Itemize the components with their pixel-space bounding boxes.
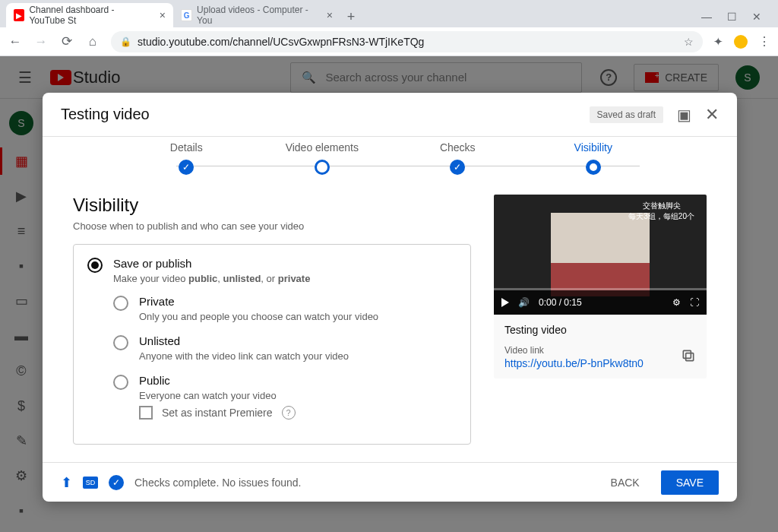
radio-public[interactable] [113, 375, 128, 390]
check-icon: ✓ [450, 160, 465, 175]
browser-tab-active[interactable]: ▶ Channel dashboard - YouTube St × [6, 3, 173, 27]
close-window-icon[interactable]: ✕ [752, 11, 761, 23]
video-time: 0:00 / 0:15 [539, 297, 582, 308]
back-button[interactable]: BACK [599, 470, 652, 495]
radio-unlisted[interactable] [113, 335, 128, 350]
window-controls: — ☐ ✕ [701, 11, 772, 27]
play-icon[interactable] [501, 298, 509, 307]
browser-tabstrip: ▶ Channel dashboard - YouTube St × G Upl… [0, 0, 778, 27]
dialog-footer: ⬆ SD ✓ Checks complete. No issues found.… [43, 462, 737, 502]
youtube-favicon: ▶ [14, 9, 24, 21]
video-link-label: Video link [504, 345, 644, 356]
section-subtitle: Choose when to publish and who can see y… [73, 220, 471, 232]
minimize-icon[interactable]: — [701, 11, 712, 23]
tab-title: Channel dashboard - YouTube St [29, 5, 150, 26]
save-button[interactable]: SAVE [661, 470, 719, 495]
menu-icon[interactable]: ⋮ [758, 34, 770, 49]
reload-icon[interactable]: ⟳ [59, 33, 74, 49]
step-video-elements[interactable]: Video elements [255, 141, 391, 175]
dialog-title: Testing video [61, 106, 150, 123]
sd-badge: SD [83, 477, 98, 489]
svg-rect-1 [683, 350, 691, 358]
check-icon: ✓ [179, 160, 194, 175]
feedback-icon[interactable]: ▣ [677, 106, 691, 124]
google-favicon: G [181, 9, 192, 21]
tab-title: Upload videos - Computer - You [197, 5, 318, 26]
upload-icon: ⬆ [61, 474, 72, 491]
stepper: Details ✓ Video elements Checks ✓ Visibi… [43, 137, 737, 179]
volume-icon[interactable]: 🔊 [518, 297, 530, 308]
help-icon[interactable]: ? [282, 406, 296, 420]
video-link[interactable]: https://youtu.be/P-bnPkw8tn0 [504, 357, 644, 369]
section-title: Visibility [73, 195, 471, 216]
star-icon[interactable]: ☆ [684, 36, 694, 48]
maximize-icon[interactable]: ☐ [727, 11, 737, 23]
premiere-label: Set as instant Premiere [162, 407, 273, 419]
radio-save-publish[interactable] [87, 258, 103, 273]
step-dot-active [586, 160, 601, 175]
fullscreen-icon[interactable]: ⛶ [690, 297, 699, 308]
forward-icon: → [33, 34, 49, 49]
close-icon[interactable]: ✕ [705, 105, 719, 125]
video-thumbnail[interactable]: 交替触脚尖 每天3组，每组20个 🔊 0:00 / 0:15 ⚙ ⛶ [494, 195, 707, 315]
svg-rect-0 [686, 353, 694, 361]
url-text: studio.youtube.com/channel/UCsvGxwpnFRsN… [138, 36, 424, 48]
step-details[interactable]: Details ✓ [119, 141, 255, 175]
close-icon[interactable]: × [327, 9, 333, 21]
extensions-icon[interactable]: ✦ [713, 35, 723, 49]
video-controls: 🔊 0:00 / 0:15 ⚙ ⛶ [494, 290, 707, 315]
back-icon[interactable]: ← [8, 34, 23, 49]
step-checks[interactable]: Checks ✓ [390, 141, 526, 175]
step-dot [315, 160, 330, 175]
premiere-checkbox[interactable] [139, 406, 153, 420]
preview-video-title: Testing video [504, 324, 696, 336]
video-preview: 交替触脚尖 每天3组，每组20个 🔊 0:00 / 0:15 ⚙ ⛶ [494, 195, 707, 378]
home-icon[interactable]: ⌂ [85, 34, 100, 49]
dialog-header: Testing video Saved as draft ▣ ✕ [43, 93, 737, 137]
step-visibility[interactable]: Visibility [526, 141, 662, 175]
radio-private[interactable] [113, 296, 128, 311]
address-bar[interactable]: 🔒 studio.youtube.com/channel/UCsvGxwpnFR… [111, 31, 703, 52]
footer-status: Checks complete. No issues found. [134, 477, 301, 489]
check-icon: ✓ [109, 475, 124, 490]
new-tab-button[interactable]: + [340, 6, 362, 27]
save-publish-desc: Make your video public, unlisted, or pri… [113, 273, 310, 284]
visibility-card: Save or publish Make your video public, … [73, 244, 471, 445]
draft-badge: Saved as draft [590, 106, 663, 123]
browser-tab[interactable]: G Upload videos - Computer - You × [173, 3, 340, 27]
copy-icon[interactable] [681, 348, 696, 366]
upload-dialog: Testing video Saved as draft ▣ ✕ Details… [43, 93, 737, 502]
browser-toolbar: ← → ⟳ ⌂ 🔒 studio.youtube.com/channel/UCs… [0, 27, 778, 56]
close-icon[interactable]: × [160, 9, 166, 21]
settings-icon[interactable]: ⚙ [672, 297, 681, 308]
extension-badge-icon[interactable] [734, 35, 748, 49]
save-publish-title: Save or publish [113, 257, 310, 270]
lock-icon: 🔒 [120, 36, 131, 47]
